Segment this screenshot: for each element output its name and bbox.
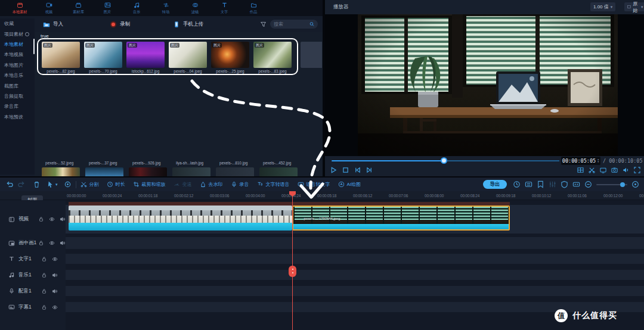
thumbnail-image[interactable]: 图片 [211,42,249,68]
media-thumbnail[interactable] [216,167,254,177]
track-lane-pip[interactable] [66,237,644,249]
mute-icon[interactable] [60,216,66,222]
track-lane-music[interactable] [66,270,644,280]
sidebar-item[interactable]: 截图库 [0,80,35,91]
sidebar-item[interactable]: 本地素材 [0,39,35,49]
tab-music[interactable]: 音乐 [125,2,148,15]
media-thumbnail[interactable] [42,167,80,177]
tab-filter[interactable]: 滤镜 [184,2,206,15]
playback-speed-select[interactable]: 1.00 倍▾ [590,2,615,11]
thumbnail-image[interactable]: 图片 [253,42,292,68]
stop-button[interactable] [342,167,349,173]
media-thumbnail[interactable]: 图片pexels-...82.jpeg [42,42,80,73]
lock-icon[interactable] [41,304,47,310]
visibility-icon[interactable] [49,216,55,222]
media-thumbnail[interactable]: 图片pexels-...70.jpeg [84,42,122,73]
track-manager-icon[interactable] [525,180,532,188]
aspect-ratio-select[interactable]: 原始▾ [624,2,644,11]
filter-icon[interactable] [260,21,267,27]
visibility-icon[interactable] [52,304,58,310]
thumbnail-partial[interactable] [301,42,322,68]
track-lane-text[interactable] [66,254,644,264]
stt-button[interactable]: 语音转文字 [298,181,330,188]
export-button[interactable]: 导出 [483,180,507,189]
delete-button[interactable] [33,180,41,188]
split-button[interactable]: 分割 [80,181,99,188]
lock-icon[interactable] [38,240,44,246]
sidebar-item[interactable]: 本地预设 [0,112,35,122]
tab-video[interactable]: 视频 [38,2,60,15]
snap-toggle[interactable] [64,180,72,188]
timeline-clip-beach[interactable] [69,206,292,231]
zoom-slider-knob[interactable] [620,182,625,187]
video-preview[interactable] [325,14,644,156]
sidebar-item[interactable]: 收藏 [0,18,35,29]
current-timecode[interactable]: 00:00:05:05 ▲▼ [561,157,600,165]
lock-icon[interactable] [41,288,47,294]
volume-icon[interactable] [623,167,629,173]
search-input[interactable] [274,21,309,27]
render-preview-icon[interactable] [513,180,521,188]
visibility-icon[interactable] [52,256,58,262]
mute-icon[interactable] [52,288,58,294]
media-thumbnail[interactable] [172,167,210,177]
crop-button[interactable]: 裁剪和缩放 [133,181,166,188]
search-icon[interactable] [309,21,314,27]
sidebar-item[interactable]: 音频提取 [0,91,35,101]
zoom-fit-icon[interactable] [631,180,639,188]
media-thumbnail[interactable]: 图片pexels-...25.jpeg [211,42,249,73]
media-thumbnail[interactable] [259,167,298,177]
select-tool-chevron[interactable]: ▾ [55,182,58,187]
mixer-icon[interactable] [549,180,556,188]
phone-upload-button[interactable]: 手机上传 [173,21,203,28]
redo-button[interactable] [18,180,26,188]
sidebar-item[interactable]: 本地图片 [0,60,35,70]
record-button[interactable]: 录制 [110,21,130,28]
split-screen-icon[interactable] [577,167,584,173]
media-thumbnail[interactable]: 图片pexels-...83.jpeg [253,42,292,73]
speed-button[interactable]: 变速 [174,181,192,188]
tab-local-media[interactable]: 本地素材 [8,2,31,15]
sidebar-item[interactable]: 录音库 [0,101,35,111]
shield-icon[interactable] [561,180,568,188]
next-frame-button[interactable] [366,167,373,173]
track-lane-voice[interactable] [66,286,644,296]
tab-picture[interactable]: 图片 [96,2,119,15]
playhead-grip[interactable] [289,266,296,277]
sidebar-item[interactable]: 项目素材 [0,29,35,39]
undo-button[interactable] [5,180,13,188]
watermark-button[interactable]: 去水印 [200,181,223,188]
mute-icon[interactable] [60,240,66,246]
tab-transition[interactable]: 转场 [154,2,177,15]
tab-works[interactable]: 作品 [242,2,265,15]
media-thumbnail[interactable] [85,167,123,177]
select-tool-button[interactable] [47,180,54,188]
sidebar-item[interactable]: 本地音乐 [0,70,35,80]
display-settings-icon[interactable] [600,167,606,173]
thumbnail-image[interactable]: 图片 [42,42,80,68]
play-button[interactable] [330,167,337,173]
tts-button[interactable]: 文字转语音 [257,181,290,188]
previous-frame-button[interactable] [354,167,361,173]
thumbnail-image[interactable]: 图片 [169,42,207,68]
timecode-steppers[interactable]: ▲▼ [597,158,599,163]
scissors-icon[interactable] [589,167,595,173]
record-voice-button[interactable]: 录音 [231,181,249,188]
lock-icon[interactable] [41,256,47,262]
lock-icon[interactable] [38,216,44,222]
thumbnail-image[interactable]: 图片 [84,42,122,68]
media-thumbnail[interactable]: 图片istockp...612.jpg [126,42,165,73]
duration-button[interactable]: 时长 [107,181,125,188]
ai-paint-button[interactable]: AI绘图 [338,181,361,188]
media-thumbnail[interactable] [129,167,167,177]
tab-stock-library[interactable]: 素材库 [67,2,89,15]
mute-icon[interactable] [52,272,58,278]
sidebar-item[interactable]: 本地视频 [0,49,35,60]
progress-knob[interactable] [441,157,447,164]
snapshot-icon[interactable] [611,167,618,173]
visibility-icon[interactable] [49,240,55,246]
thumbnail-image[interactable]: 图片 [126,42,165,68]
media-thumbnail[interactable]: 图片pexels-...04.jpeg [169,42,207,73]
timeline-clip-selected[interactable]: pexels-...-1797644.jpeg [292,206,510,231]
marker-icon[interactable] [537,180,544,188]
